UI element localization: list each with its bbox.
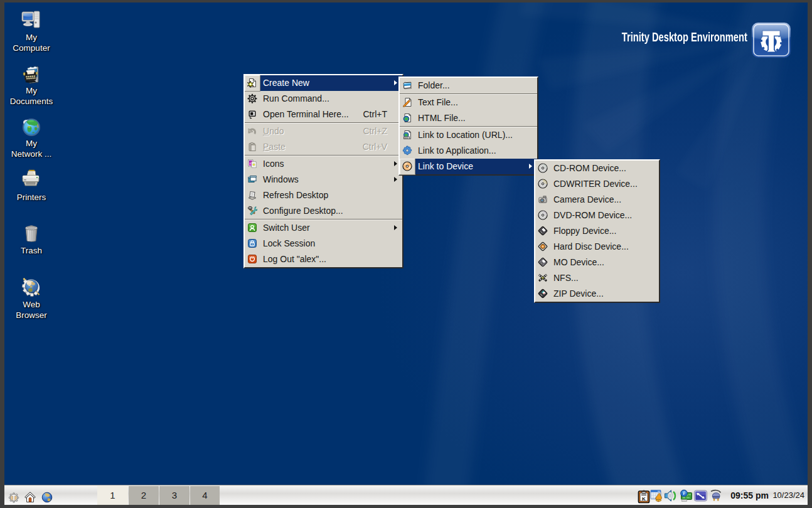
svg-text:www: www <box>404 137 409 139</box>
svg-text:K: K <box>642 496 646 502</box>
